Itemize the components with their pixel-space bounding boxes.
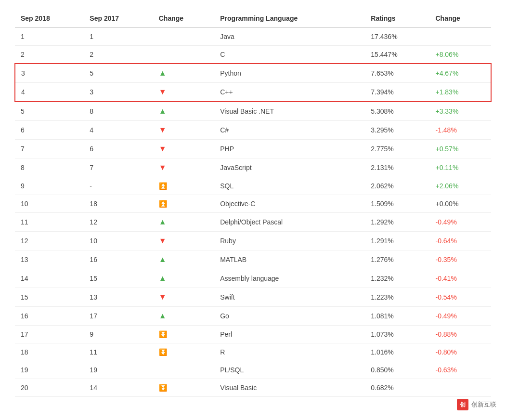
cell-ratings: 1.232%: [365, 269, 429, 288]
cell-ratings: 15.447%: [365, 46, 429, 64]
cell-ratings: 2.775%: [365, 140, 429, 158]
cell-language: Delphi/Object Pascal: [214, 213, 365, 232]
arrow-double-up-icon: ⏫: [159, 182, 167, 190]
cell-change-icon: ⏬: [153, 343, 214, 361]
cell-change-icon: ⏬: [153, 379, 214, 397]
cell-sep2017: 3: [84, 83, 153, 102]
cell-change-value: +0.57%: [429, 140, 491, 158]
table-row: 20 14 ⏬ Visual Basic 0.682%: [15, 379, 491, 397]
cell-sep2018: 20: [15, 379, 84, 397]
cell-change-icon: ▼: [153, 83, 214, 102]
cell-change-icon: ▲: [153, 102, 214, 121]
cell-sep2018: 6: [15, 121, 84, 140]
cell-sep2018: 9: [15, 177, 84, 195]
cell-sep2018: 11: [15, 213, 84, 232]
cell-change-icon: [153, 361, 214, 379]
cell-change-icon: [153, 46, 214, 64]
cell-change-icon: ▲: [153, 213, 214, 232]
cell-change-icon: [153, 27, 214, 46]
cell-sep2018: 16: [15, 307, 84, 326]
cell-language: PL/SQL: [214, 361, 365, 379]
cell-change-value: -0.88%: [429, 326, 491, 343]
cell-sep2017: 1: [84, 27, 153, 46]
cell-change-value: -0.54%: [429, 288, 491, 307]
arrow-down-icon: ▼: [159, 163, 167, 171]
cell-change-value: +2.06%: [429, 177, 491, 195]
cell-language: Java: [214, 27, 365, 46]
table-header-row: Sep 2018 Sep 2017 Change Programming Lan…: [15, 10, 491, 27]
cell-change-value: -0.80%: [429, 343, 491, 361]
table-row: 10 18 ⏫ Objective-C 1.509% +0.00%: [15, 195, 491, 213]
arrow-up-icon: ▲: [159, 218, 167, 226]
cell-sep2018: 13: [15, 250, 84, 269]
cell-language: Objective-C: [214, 195, 365, 213]
cell-change-value: +4.67%: [429, 64, 491, 83]
arrow-down-icon: ▼: [159, 293, 167, 301]
cell-change-icon: ▲: [153, 250, 214, 269]
cell-language: C++: [214, 83, 365, 102]
cell-change-value: -1.48%: [429, 121, 491, 140]
table-row: 4 3 ▼ C++ 7.394% +1.83%: [15, 83, 491, 102]
arrow-double-up-icon: ⏫: [159, 200, 167, 208]
cell-change-value: +3.33%: [429, 102, 491, 121]
arrow-down-icon: ▼: [159, 126, 167, 134]
arrow-up-icon: ▲: [159, 312, 167, 320]
cell-sep2017: 7: [84, 158, 153, 177]
cell-change-icon: ▲: [153, 64, 214, 83]
cell-sep2018: 3: [15, 64, 84, 83]
cell-sep2017: 11: [84, 343, 153, 361]
cell-sep2018: 17: [15, 326, 84, 343]
cell-ratings: 3.295%: [365, 121, 429, 140]
cell-change-value: -0.41%: [429, 269, 491, 288]
cell-sep2017: 2: [84, 46, 153, 64]
table-row: 18 11 ⏬ R 1.016% -0.80%: [15, 343, 491, 361]
cell-change-icon: ▼: [153, 121, 214, 140]
header-change: Change: [153, 10, 214, 27]
cell-ratings: 1.291%: [365, 232, 429, 250]
watermark-icon: 创: [457, 399, 468, 410]
cell-sep2017: 19: [84, 361, 153, 379]
rankings-table: Sep 2018 Sep 2017 Change Programming Lan…: [14, 10, 492, 397]
cell-sep2018: 5: [15, 102, 84, 121]
cell-ratings: 7.653%: [365, 64, 429, 83]
cell-sep2017: 12: [84, 213, 153, 232]
cell-language: Swift: [214, 288, 365, 307]
table-row: 9 - ⏫ SQL 2.062% +2.06%: [15, 177, 491, 195]
table-row: 6 4 ▼ C# 3.295% -1.48%: [15, 121, 491, 140]
cell-ratings: 0.682%: [365, 379, 429, 397]
cell-sep2017: 5: [84, 64, 153, 83]
cell-sep2017: 8: [84, 102, 153, 121]
cell-ratings: 7.394%: [365, 83, 429, 102]
cell-language: Assembly language: [214, 269, 365, 288]
cell-change-icon: ⏫: [153, 195, 214, 213]
watermark-text: 创新互联: [471, 400, 496, 409]
arrow-down-icon: ▼: [159, 144, 167, 153]
cell-ratings: 1.081%: [365, 307, 429, 326]
cell-language: SQL: [214, 177, 365, 195]
cell-ratings: 1.509%: [365, 195, 429, 213]
cell-language: MATLAB: [214, 250, 365, 269]
cell-sep2017: 6: [84, 140, 153, 158]
cell-change-value: -0.49%: [429, 307, 491, 326]
cell-language: Ruby: [214, 232, 365, 250]
cell-change-icon: ▼: [153, 158, 214, 177]
cell-ratings: 5.308%: [365, 102, 429, 121]
cell-sep2018: 18: [15, 343, 84, 361]
arrow-up-icon: ▲: [159, 255, 167, 263]
cell-language: Perl: [214, 326, 365, 343]
arrow-up-icon: ▲: [159, 274, 167, 282]
cell-sep2018: 19: [15, 361, 84, 379]
cell-sep2017: 10: [84, 232, 153, 250]
table-row: 12 10 ▼ Ruby 1.291% -0.64%: [15, 232, 491, 250]
arrow-double-down-icon: ⏬: [159, 384, 167, 392]
cell-language: PHP: [214, 140, 365, 158]
cell-sep2017: 17: [84, 307, 153, 326]
cell-sep2017: 18: [84, 195, 153, 213]
cell-change-icon: ▲: [153, 269, 214, 288]
table-row: 14 15 ▲ Assembly language 1.232% -0.41%: [15, 269, 491, 288]
table-row: 7 6 ▼ PHP 2.775% +0.57%: [15, 140, 491, 158]
header-sep2018: Sep 2018: [15, 10, 84, 27]
cell-sep2018: 14: [15, 269, 84, 288]
cell-sep2018: 7: [15, 140, 84, 158]
arrow-down-icon: ▼: [159, 88, 167, 96]
